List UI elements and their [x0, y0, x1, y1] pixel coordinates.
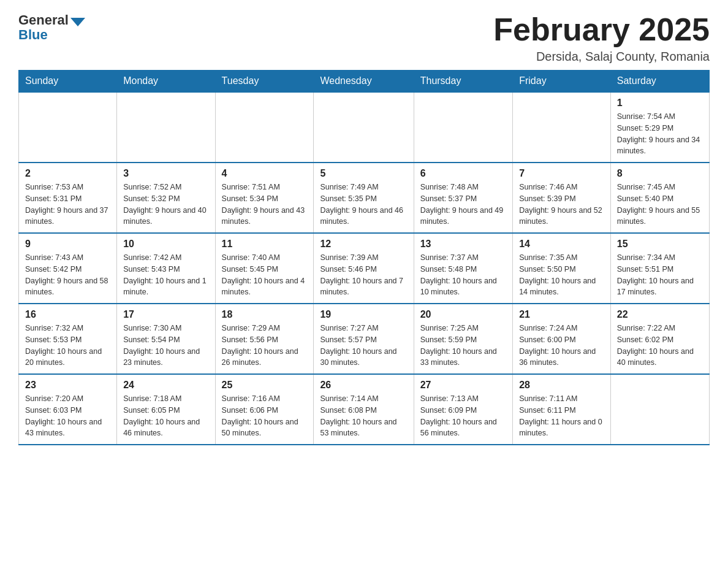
day-info: Sunrise: 7:18 AMSunset: 6:05 PMDaylight:… — [123, 393, 208, 439]
day-info-line: Daylight: 9 hours and 55 minutes. — [617, 205, 703, 228]
day-number: 6 — [420, 168, 506, 179]
calendar-cell: 23Sunrise: 7:20 AMSunset: 6:03 PMDayligh… — [19, 374, 117, 445]
title-block: February 2025 Dersida, Salaj County, Rom… — [493, 12, 710, 64]
calendar-cell: 24Sunrise: 7:18 AMSunset: 6:05 PMDayligh… — [117, 374, 215, 445]
day-info-line: Sunrise: 7:35 AM — [519, 252, 604, 264]
day-info-line: Daylight: 10 hours and 53 minutes. — [320, 416, 407, 440]
day-info-line: Sunrise: 7:49 AM — [320, 182, 407, 193]
day-number: 25 — [222, 380, 308, 391]
day-info-line: Sunset: 6:09 PM — [420, 405, 506, 416]
day-info-line: Sunset: 5:40 PM — [617, 193, 703, 205]
day-info: Sunrise: 7:39 AMSunset: 5:46 PMDaylight:… — [320, 252, 407, 298]
calendar-cell: 7Sunrise: 7:46 AMSunset: 5:39 PMDaylight… — [513, 163, 611, 233]
day-info-line: Sunset: 5:42 PM — [25, 264, 110, 275]
calendar-cell: 22Sunrise: 7:22 AMSunset: 6:02 PMDayligh… — [610, 304, 709, 374]
weekday-header-wednesday: Wednesday — [314, 71, 414, 93]
day-info-line: Daylight: 9 hours and 49 minutes. — [420, 205, 506, 228]
calendar-cell: 20Sunrise: 7:25 AMSunset: 5:59 PMDayligh… — [414, 304, 512, 374]
day-number: 11 — [222, 239, 308, 250]
day-info-line: Sunrise: 7:11 AM — [519, 393, 604, 405]
calendar-cell: 15Sunrise: 7:34 AMSunset: 5:51 PMDayligh… — [610, 233, 709, 304]
day-info-line: Daylight: 9 hours and 52 minutes. — [519, 205, 604, 228]
calendar-cell: 8Sunrise: 7:45 AMSunset: 5:40 PMDaylight… — [610, 163, 709, 233]
day-info-line: Sunrise: 7:53 AM — [25, 182, 110, 193]
day-number: 17 — [123, 309, 208, 320]
day-number: 15 — [617, 239, 703, 250]
day-info: Sunrise: 7:34 AMSunset: 5:51 PMDaylight:… — [617, 252, 703, 298]
day-info-line: Daylight: 10 hours and 43 minutes. — [25, 416, 110, 440]
calendar-cell: 11Sunrise: 7:40 AMSunset: 5:45 PMDayligh… — [215, 233, 314, 304]
day-info-line: Sunset: 5:29 PM — [617, 123, 703, 134]
day-info-line: Sunset: 5:45 PM — [222, 264, 308, 275]
weekday-header-thursday: Thursday — [414, 71, 512, 93]
day-info: Sunrise: 7:40 AMSunset: 5:45 PMDaylight:… — [222, 252, 308, 298]
day-info-line: Daylight: 9 hours and 58 minutes. — [25, 275, 110, 299]
day-info-line: Daylight: 9 hours and 46 minutes. — [320, 205, 407, 228]
day-info-line: Sunset: 5:31 PM — [25, 193, 110, 205]
day-info: Sunrise: 7:37 AMSunset: 5:48 PMDaylight:… — [420, 252, 506, 298]
calendar-week-row: 16Sunrise: 7:32 AMSunset: 5:53 PMDayligh… — [19, 304, 710, 374]
calendar-cell: 9Sunrise: 7:43 AMSunset: 5:42 PMDaylight… — [19, 233, 117, 304]
calendar-week-row: 23Sunrise: 7:20 AMSunset: 6:03 PMDayligh… — [19, 374, 710, 445]
day-number: 23 — [25, 380, 110, 391]
day-number: 2 — [25, 168, 110, 179]
page-header: General Blue February 2025 Dersida, Sala… — [18, 12, 710, 64]
day-info-line: Sunrise: 7:25 AM — [420, 323, 506, 334]
day-info: Sunrise: 7:42 AMSunset: 5:43 PMDaylight:… — [123, 252, 208, 298]
day-info: Sunrise: 7:48 AMSunset: 5:37 PMDaylight:… — [420, 182, 506, 228]
day-info-line: Sunset: 6:03 PM — [25, 405, 110, 416]
day-info-line: Daylight: 10 hours and 1 minute. — [123, 275, 208, 299]
calendar-cell: 13Sunrise: 7:37 AMSunset: 5:48 PMDayligh… — [414, 233, 512, 304]
calendar-cell: 21Sunrise: 7:24 AMSunset: 6:00 PMDayligh… — [513, 304, 611, 374]
weekday-header-row: SundayMondayTuesdayWednesdayThursdayFrid… — [19, 71, 710, 93]
day-info-line: Sunset: 5:51 PM — [617, 264, 703, 275]
day-info-line: Sunset: 6:05 PM — [123, 405, 208, 416]
calendar-cell: 18Sunrise: 7:29 AMSunset: 5:56 PMDayligh… — [215, 304, 314, 374]
day-info-line: Sunset: 5:39 PM — [519, 193, 604, 205]
day-info: Sunrise: 7:22 AMSunset: 6:02 PMDaylight:… — [617, 323, 703, 369]
day-number: 9 — [25, 239, 110, 250]
day-info-line: Sunset: 5:46 PM — [320, 264, 407, 275]
day-info: Sunrise: 7:51 AMSunset: 5:34 PMDaylight:… — [222, 182, 308, 228]
day-info-line: Sunrise: 7:40 AM — [222, 252, 308, 264]
day-info: Sunrise: 7:16 AMSunset: 6:06 PMDaylight:… — [222, 393, 308, 439]
calendar-cell: 12Sunrise: 7:39 AMSunset: 5:46 PMDayligh… — [314, 233, 414, 304]
calendar-cell: 5Sunrise: 7:49 AMSunset: 5:35 PMDaylight… — [314, 163, 414, 233]
day-info-line: Daylight: 10 hours and 14 minutes. — [519, 275, 604, 299]
day-info-line: Sunrise: 7:42 AM — [123, 252, 208, 264]
day-info: Sunrise: 7:43 AMSunset: 5:42 PMDaylight:… — [25, 252, 110, 298]
day-info-line: Sunset: 5:32 PM — [123, 193, 208, 205]
day-number: 18 — [222, 309, 308, 320]
calendar-table: SundayMondayTuesdayWednesdayThursdayFrid… — [18, 70, 710, 445]
day-number: 21 — [519, 309, 604, 320]
day-info-line: Sunrise: 7:46 AM — [519, 182, 604, 193]
weekday-header-monday: Monday — [117, 71, 215, 93]
day-info: Sunrise: 7:53 AMSunset: 5:31 PMDaylight:… — [25, 182, 110, 228]
calendar-cell: 2Sunrise: 7:53 AMSunset: 5:31 PMDaylight… — [19, 163, 117, 233]
calendar-cell — [215, 92, 314, 163]
day-info-line: Sunrise: 7:48 AM — [420, 182, 506, 193]
calendar-body: 1Sunrise: 7:54 AMSunset: 5:29 PMDaylight… — [19, 92, 710, 445]
day-number: 20 — [420, 309, 506, 320]
day-info-line: Sunset: 6:02 PM — [617, 334, 703, 346]
calendar-cell: 4Sunrise: 7:51 AMSunset: 5:34 PMDaylight… — [215, 163, 314, 233]
weekday-header-sunday: Sunday — [19, 71, 117, 93]
day-info-line: Daylight: 9 hours and 40 minutes. — [123, 205, 208, 228]
day-info-line: Sunset: 5:48 PM — [420, 264, 506, 275]
day-info-line: Sunset: 5:50 PM — [519, 264, 604, 275]
day-number: 3 — [123, 168, 208, 179]
day-info-line: Daylight: 10 hours and 56 minutes. — [420, 416, 506, 440]
calendar-cell — [610, 374, 709, 445]
day-info: Sunrise: 7:35 AMSunset: 5:50 PMDaylight:… — [519, 252, 604, 298]
day-number: 10 — [123, 239, 208, 250]
day-info-line: Daylight: 10 hours and 26 minutes. — [222, 346, 308, 369]
day-info-line: Sunset: 6:08 PM — [320, 405, 407, 416]
calendar-cell: 19Sunrise: 7:27 AMSunset: 5:57 PMDayligh… — [314, 304, 414, 374]
day-info-line: Daylight: 10 hours and 4 minutes. — [222, 275, 308, 299]
day-info-line: Sunrise: 7:51 AM — [222, 182, 308, 193]
calendar-cell: 25Sunrise: 7:16 AMSunset: 6:06 PMDayligh… — [215, 374, 314, 445]
logo-blue-text: Blue — [18, 27, 48, 43]
logo: General Blue — [18, 12, 85, 43]
weekday-header-friday: Friday — [513, 71, 611, 93]
day-info-line: Sunset: 5:57 PM — [320, 334, 407, 346]
